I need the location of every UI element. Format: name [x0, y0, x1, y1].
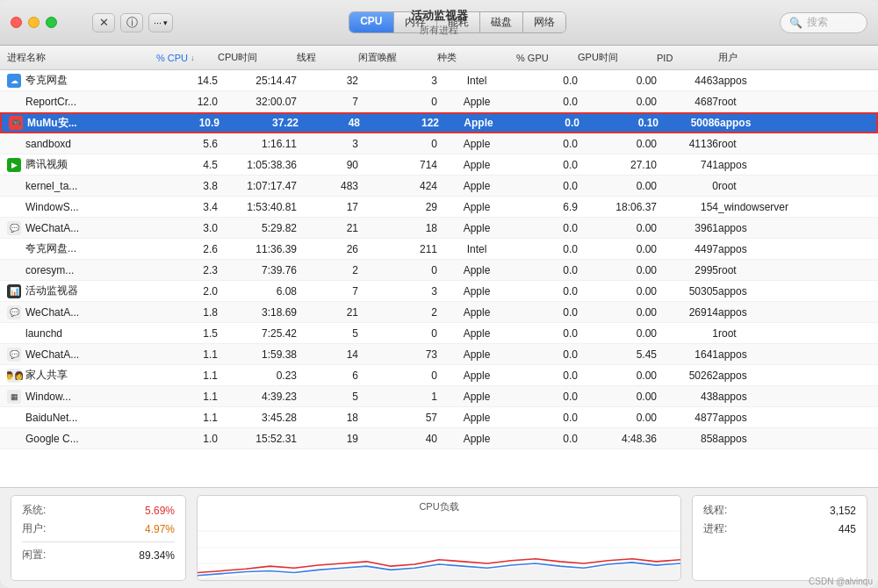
td-time: 1:07:17.47	[218, 180, 297, 192]
td-gpu: 0.0	[516, 264, 578, 276]
td-threads: 5	[297, 391, 358, 403]
th-idle-wakeups[interactable]: 闲置唤醒	[358, 51, 437, 64]
process-icon: 👨‍👩	[7, 369, 21, 383]
td-time: 25:14.47	[218, 75, 297, 87]
table-row[interactable]: BaiduNet... 1.1 3:45.28 18 57 Apple 0.0 …	[0, 407, 878, 428]
table-row[interactable]: launchd 1.5 7:25.42 5 0 Apple 0.0 0.00 1…	[0, 323, 878, 344]
td-idle: 122	[360, 117, 439, 129]
th-process-name[interactable]: 进程名称	[7, 51, 156, 64]
td-user: appos	[718, 433, 806, 445]
td-kind: Apple	[439, 117, 518, 129]
table-row[interactable]: sandboxd 5.6 1:16.11 3 0 Apple 0.0 0.00 …	[0, 133, 878, 154]
td-threads: 483	[297, 180, 358, 192]
more-icon: ···	[154, 18, 162, 28]
table-row[interactable]: coresym... 2.3 7:39.76 2 0 Apple 0.0 0.0…	[0, 260, 878, 281]
td-gpu: 0.0	[516, 138, 578, 150]
process-name-text: 家人共享	[25, 368, 68, 383]
table-row[interactable]: ReportCr... 12.0 32:00.07 7 0 Apple 0.0 …	[0, 91, 878, 112]
td-threads: 32	[297, 75, 358, 87]
td-time: 3:18.69	[218, 306, 297, 319]
th-threads[interactable]: 线程	[297, 51, 358, 64]
th-user[interactable]: 用户	[718, 51, 806, 64]
td-idle: 3	[358, 285, 437, 298]
table-row[interactable]: Google C... 1.0 15:52.31 19 40 Apple 0.0…	[0, 428, 878, 449]
process-name-text: Window...	[25, 391, 71, 403]
th-kind[interactable]: 种类	[437, 51, 516, 64]
th-gpu-time[interactable]: GPU时间	[578, 51, 657, 64]
table-row[interactable]: WindowS... 3.4 1:53:40.81 17 29 Apple 6.…	[0, 197, 878, 218]
th-pid[interactable]: PID	[657, 53, 718, 63]
table-row[interactable]: 夸克网盘... 2.6 11:36.39 26 211 Intel 0.0 0.…	[0, 239, 878, 260]
stat-row-idle: 闲置: 89.34%	[22, 548, 175, 563]
table-row[interactable]: 🎮 MuMu安... 10.9 37.22 48 122 Apple 0.0 0…	[0, 112, 878, 133]
td-threads: 90	[297, 159, 358, 171]
process-icon	[7, 200, 21, 214]
td-cpu: 2.6	[156, 243, 218, 255]
td-kind: Intel	[437, 243, 516, 255]
td-cpu: 12.0	[156, 96, 218, 108]
th-cpu-pct[interactable]: % CPU ↓	[156, 53, 218, 63]
td-pid: 50262	[657, 369, 718, 382]
td-gpu: 0.0	[516, 369, 578, 382]
table-row[interactable]: ▦ Window... 1.1 4:39.23 5 1 Apple 0.0 0.…	[0, 386, 878, 407]
td-pid: 1641	[657, 348, 718, 361]
td-cpu: 1.1	[156, 348, 218, 361]
td-gpu: 0.0	[516, 412, 578, 424]
td-time: 1:16.11	[218, 138, 297, 150]
search-box[interactable]: 🔍 搜索	[780, 12, 867, 33]
td-gpu-time: 0.10	[579, 117, 658, 129]
table-row[interactable]: 💬 WeChatA... 3.0 5:29.82 21 18 Apple 0.0…	[0, 218, 878, 239]
th-gpu-pct[interactable]: % GPU	[516, 53, 578, 63]
tab-network[interactable]: 网络	[523, 12, 565, 32]
info-button[interactable]: ⓘ	[120, 13, 143, 32]
table-row[interactable]: 💬 WeChatA... 1.1 1:59.38 14 73 Apple 0.0…	[0, 344, 878, 365]
td-pid: 4877	[657, 412, 718, 424]
stat-value-system: 5.69%	[145, 505, 175, 517]
td-time: 7:25.42	[218, 327, 297, 340]
table-row[interactable]: 💬 WeChatA... 1.8 3:18.69 21 2 Apple 0.0 …	[0, 302, 878, 323]
more-button[interactable]: ··· ▾	[148, 13, 173, 32]
td-pid: 41136	[657, 138, 718, 150]
td-time: 4:39.23	[218, 391, 297, 403]
process-name-text: WeChatA...	[25, 348, 79, 361]
stop-button[interactable]: ✕	[92, 13, 115, 32]
table-row[interactable]: ▶ 腾讯视频 4.5 1:05:38.36 90 714 Apple 0.0 2…	[0, 154, 878, 176]
process-name-text: BaiduNet...	[25, 412, 77, 424]
td-time: 11:36.39	[218, 243, 297, 255]
td-name: ☁ 夸克网盘	[7, 73, 156, 88]
table-row[interactable]: ☁ 夸克网盘 14.5 25:14.47 32 3 Intel 0.0 0.00…	[0, 70, 878, 91]
table-row[interactable]: 👨‍👩 家人共享 1.1 0.23 6 0 Apple 0.0 0.00 502…	[0, 365, 878, 386]
process-icon: 💬	[7, 348, 21, 362]
th-cpu-time[interactable]: CPU时间	[218, 51, 297, 64]
td-pid: 2995	[657, 264, 718, 276]
td-gpu: 0.0	[516, 348, 578, 361]
td-pid: 26914	[657, 306, 718, 319]
td-user: appos	[718, 75, 806, 87]
td-gpu-time: 0.00	[578, 96, 657, 108]
td-pid: 50086	[658, 117, 720, 129]
minimize-button[interactable]	[28, 17, 40, 28]
maximize-button[interactable]	[46, 17, 57, 28]
td-kind: Apple	[437, 327, 516, 340]
tab-cpu[interactable]: CPU	[349, 12, 393, 32]
td-idle: 0	[358, 264, 437, 276]
tab-disk[interactable]: 磁盘	[480, 12, 523, 32]
td-user: root	[718, 138, 806, 150]
td-name: ▶ 腾讯视频	[7, 157, 156, 172]
table-row[interactable]: 📊 活动监视器 2.0 6.08 7 3 Apple 0.0 0.00 5030…	[0, 281, 878, 302]
stat-row-user: 用户: 4.97%	[22, 521, 175, 536]
td-kind: Apple	[437, 391, 516, 403]
process-icon	[7, 263, 21, 277]
td-gpu: 0.0	[518, 117, 579, 129]
td-gpu-time: 5.45	[578, 348, 657, 361]
td-threads: 21	[297, 222, 358, 234]
td-gpu-time: 4:48.36	[578, 433, 657, 445]
td-cpu: 1.1	[156, 369, 218, 382]
td-idle: 211	[358, 243, 437, 255]
stat-label-threads: 线程:	[703, 503, 727, 518]
td-user: appos	[718, 391, 806, 403]
table-body[interactable]: ☁ 夸克网盘 14.5 25:14.47 32 3 Intel 0.0 0.00…	[0, 70, 878, 487]
close-button[interactable]	[11, 17, 22, 28]
process-name-text: 活动监视器	[25, 283, 78, 298]
table-row[interactable]: kernel_ta... 3.8 1:07:17.47 483 424 Appl…	[0, 176, 878, 197]
